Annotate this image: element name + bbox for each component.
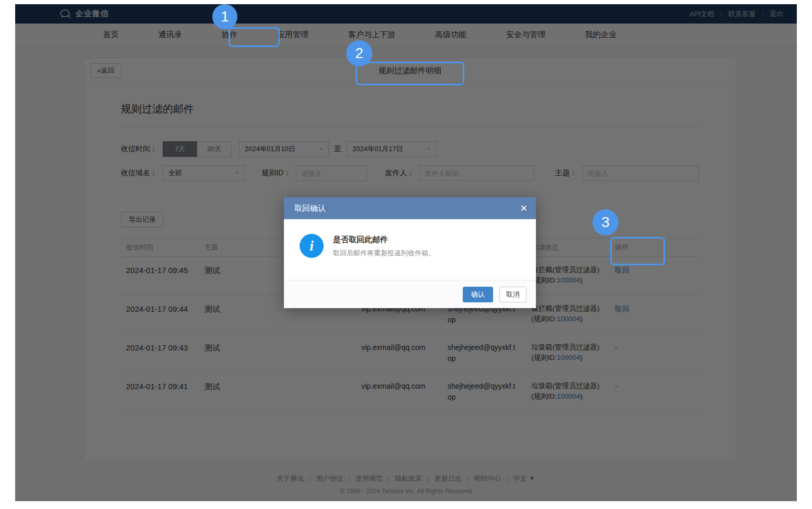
- callout-step-3-badge: 3: [592, 209, 619, 235]
- callout-highlight-collaboration-tab: [228, 27, 280, 47]
- modal-footer: 确认 取消: [284, 280, 536, 308]
- modal-header: 取回确认 ✕: [284, 197, 536, 219]
- modal-title: 取回确认: [294, 203, 326, 213]
- modal-message-subtitle: 取回后邮件将重新投递到收件箱。: [333, 248, 435, 258]
- info-icon: i: [300, 234, 324, 258]
- modal-message: 是否取回此邮件 取回后邮件将重新投递到收件箱。: [333, 234, 435, 258]
- confirm-button[interactable]: 确认: [463, 287, 493, 302]
- retrieve-confirm-modal: 取回确认 ✕ i 是否取回此邮件 取回后邮件将重新投递到收件箱。 确认 取消: [284, 197, 536, 308]
- close-icon[interactable]: ✕: [520, 204, 528, 213]
- modal-body: i 是否取回此邮件 取回后邮件将重新投递到收件箱。: [284, 219, 536, 280]
- page: 企业微信 API文档 | 联系客服 | 退出 首页 通讯录 协作 应用管理 客户…: [15, 4, 797, 501]
- callout-step-1-badge: 1: [212, 4, 237, 29]
- callout-highlight-retrieve-link: [610, 237, 665, 265]
- callout-highlight-panel-title: [356, 62, 464, 85]
- cancel-button[interactable]: 取消: [499, 287, 527, 302]
- modal-message-title: 是否取回此邮件: [333, 235, 435, 245]
